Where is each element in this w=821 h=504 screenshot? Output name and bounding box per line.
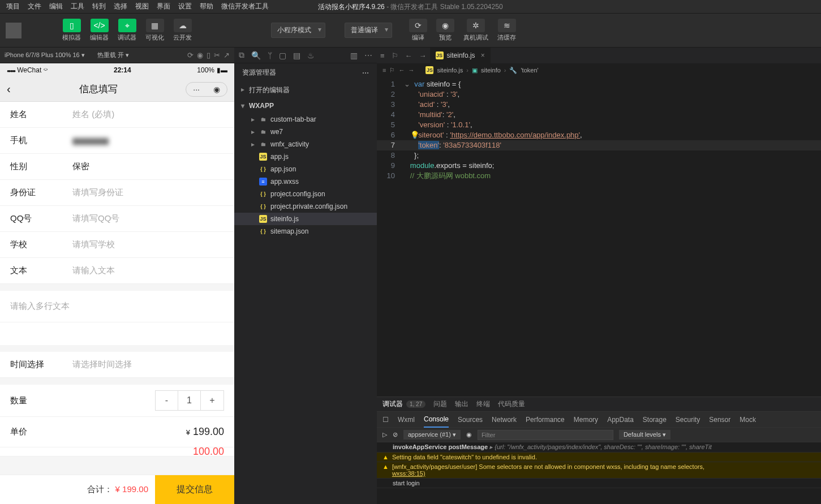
file-siteinfo-js[interactable]: JSsiteinfo.js — [234, 213, 377, 225]
context-select[interactable]: appservice (#1) ▾ — [403, 430, 461, 440]
filter-input[interactable]: Filter — [478, 430, 613, 440]
menu-edit[interactable]: 编辑 — [45, 2, 67, 11]
file-project-private-config[interactable]: { }project.private.config.json — [234, 200, 377, 213]
text-input[interactable]: 请输入文本 — [72, 265, 224, 276]
wxml-tab[interactable]: Wxml — [398, 416, 415, 424]
folder-wnfx-activity[interactable]: 🖿wnfx_activity — [234, 138, 377, 150]
sources-tab[interactable]: Sources — [458, 416, 483, 424]
split-icon[interactable]: ▥ — [350, 51, 358, 60]
idcard-input[interactable]: 请填写身份证 — [72, 187, 224, 198]
bookmark-icon[interactable]: ⚐ — [389, 67, 395, 74]
list-icon[interactable]: ≡ — [382, 67, 386, 74]
menu-view[interactable]: 视图 — [131, 2, 153, 11]
storage-tab[interactable]: Storage — [643, 416, 667, 424]
quality-tab[interactable]: 代码质量 — [498, 399, 525, 409]
network-tab[interactable]: Network — [492, 416, 517, 424]
levels-select[interactable]: Default levels ▾ — [619, 430, 670, 440]
performance-tab[interactable]: Performance — [526, 416, 565, 424]
multiline-input[interactable]: 请输入多行文本 — [10, 301, 224, 312]
lightbulb-icon[interactable]: 💡 — [410, 130, 417, 140]
sensor-tab[interactable]: Sensor — [709, 416, 730, 424]
gift-icon[interactable]: ♨ — [307, 51, 315, 60]
list-icon[interactable]: ≡ — [377, 51, 388, 60]
debugger-button[interactable]: ⌖调试器 — [115, 18, 139, 43]
inspect-elem-icon[interactable]: ☐ — [382, 416, 389, 424]
user-avatar[interactable] — [6, 23, 22, 38]
mode-select[interactable]: 小程序模式 — [271, 23, 325, 38]
qty-minus[interactable]: - — [156, 391, 178, 410]
breadcrumb-prop[interactable]: 'token' — [521, 67, 538, 74]
submit-button[interactable]: 提交信息 — [155, 475, 234, 505]
forward-arrow-icon[interactable]: → — [408, 67, 414, 74]
forward-arrow-icon[interactable]: → — [416, 51, 430, 60]
preview-button[interactable]: ◉预览 — [434, 18, 457, 43]
device-select[interactable]: iPhone 6/7/8 Plus 100% 16 ▾ — [5, 51, 85, 59]
files-icon[interactable]: ⧉ — [239, 50, 244, 60]
debugger-tab[interactable]: 调试器 — [382, 399, 403, 409]
file-app-json[interactable]: { }app.json — [234, 163, 377, 175]
gender-select[interactable]: 保密 — [72, 161, 224, 172]
export-icon[interactable]: ↗ — [223, 51, 230, 59]
simulator-button[interactable]: ▯模拟器 — [60, 18, 83, 43]
qq-input[interactable]: 请填写QQ号 — [72, 213, 224, 224]
compile-mode-select[interactable]: 普通编译 — [345, 23, 392, 38]
bookmark-icon[interactable]: ⚐ — [388, 51, 402, 60]
name-input[interactable]: 姓名 (必填) — [72, 109, 224, 120]
file-project-config[interactable]: { }project.config.json — [234, 188, 377, 200]
folder-custom-tab-bar[interactable]: 🖿custom-tab-bar — [234, 113, 377, 126]
file-app-wxss[interactable]: ≡app.wxss — [234, 175, 377, 188]
mock-tab[interactable]: Mock — [740, 416, 756, 424]
file-sitemap-json[interactable]: { }sitemap.json — [234, 225, 377, 238]
back-arrow-icon[interactable]: ← — [402, 51, 416, 60]
appdata-tab[interactable]: AppData — [607, 416, 634, 424]
back-arrow-icon[interactable]: ← — [398, 67, 405, 74]
code-editor[interactable]: 1⌄ var siteinfo = { 2 'uniacid' : '3', 3… — [377, 77, 821, 397]
menu-goto[interactable]: 转到 — [88, 2, 110, 11]
visual-button[interactable]: ▦可视化 — [143, 18, 166, 43]
menu-devtools[interactable]: 微信开发者工具 — [217, 2, 273, 11]
box-icon[interactable]: ▢ — [279, 51, 286, 60]
memory-tab[interactable]: Memory — [574, 416, 598, 424]
breadcrumb-file[interactable]: siteinfo.js — [437, 67, 463, 74]
real-debug-button[interactable]: ✲真机调试 — [461, 18, 491, 43]
menu-select[interactable]: 选择 — [110, 2, 131, 11]
capsule-close[interactable]: ◉ — [207, 83, 227, 96]
open-editors-section[interactable]: 打开的编辑器 — [234, 82, 377, 98]
rotate-icon[interactable]: ⟳ — [187, 51, 194, 59]
time-select[interactable]: 请选择时间选择 — [72, 359, 224, 370]
device-icon[interactable]: ▯ — [207, 51, 210, 59]
tel-input[interactable]: ▮▮▮▮▮▮▮▮ — [72, 136, 224, 146]
menu-help[interactable]: 帮助 — [196, 2, 217, 11]
editor-button[interactable]: </>编辑器 — [88, 18, 111, 43]
clear-cache-button[interactable]: ≋清缓存 — [495, 18, 518, 43]
folder-we7[interactable]: 🖿we7 — [234, 126, 377, 138]
console-output[interactable]: invokeAppService postMessage ▸ {url: "/w… — [377, 442, 821, 504]
record-icon[interactable]: ◉ — [197, 51, 203, 59]
back-icon[interactable]: ‹ — [7, 83, 11, 96]
search-icon[interactable]: 🔍 — [251, 51, 261, 60]
cut-icon[interactable]: ✂ — [214, 51, 220, 59]
close-icon[interactable]: × — [481, 51, 485, 59]
menu-file[interactable]: 文件 — [24, 2, 45, 11]
school-input[interactable]: 请填写学校 — [72, 239, 224, 250]
cloud-button[interactable]: ☁云开发 — [171, 18, 194, 43]
menu-interface[interactable]: 界面 — [153, 2, 174, 11]
file-app-js[interactable]: JSapp.js — [234, 150, 377, 163]
branch-icon[interactable]: ᛘ — [268, 51, 272, 60]
breadcrumb-symbol[interactable]: siteinfo — [481, 67, 501, 74]
hotreload-select[interactable]: 热重载 开 ▾ — [97, 51, 129, 59]
menu-tools[interactable]: 工具 — [67, 2, 88, 11]
capsule-menu[interactable]: ··· — [186, 83, 207, 96]
stop-icon[interactable]: ⊘ — [393, 431, 398, 438]
doc-icon[interactable]: ▤ — [293, 51, 300, 60]
play-icon[interactable]: ▷ — [382, 431, 387, 438]
qty-value[interactable]: 1 — [178, 391, 201, 410]
menu-settings[interactable]: 设置 — [174, 2, 196, 11]
root-folder[interactable]: WXAPP — [234, 98, 377, 113]
console-tab[interactable]: Console — [424, 415, 449, 428]
output-tab[interactable]: 输出 — [455, 399, 468, 409]
menu-project[interactable]: 项目 — [2, 2, 24, 11]
problems-tab[interactable]: 问题 — [433, 399, 447, 409]
qty-plus[interactable]: + — [201, 391, 223, 410]
ellipsis-icon[interactable]: ⋯ — [362, 69, 369, 77]
